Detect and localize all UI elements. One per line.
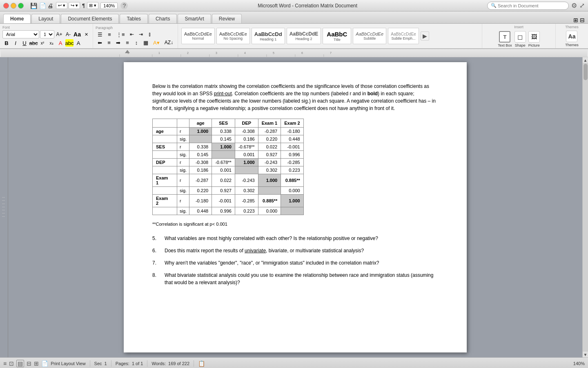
scroll-thumb[interactable] <box>584 64 588 80</box>
font-size-select[interactable]: 10 <box>40 30 54 38</box>
justify-btn[interactable]: ≡ <box>123 39 131 46</box>
resize-icon[interactable]: ⤢ <box>579 2 585 9</box>
q7-text: Why aren't the variables "gender", "race… <box>165 259 379 267</box>
para-marks-btn[interactable]: ¶ <box>82 2 85 9</box>
scroll-up-arrow[interactable]: ▲ <box>583 57 588 63</box>
style-title[interactable]: AaBbC Title <box>323 28 351 44</box>
tab-layout[interactable]: Layout <box>31 14 60 23</box>
ordered-list-btn[interactable]: ≡ <box>105 31 114 38</box>
search-in-document[interactable]: 🔍 <box>487 2 569 10</box>
maximize-button[interactable] <box>18 3 24 9</box>
redo-btn[interactable]: ↪ ▾ <box>69 2 80 9</box>
column-btn[interactable]: ⫿ <box>146 31 154 38</box>
insert-themes[interactable]: Aa Themes <box>565 31 579 47</box>
clear-format-btn[interactable]: ✕ <box>82 30 90 38</box>
superscript-btn[interactable]: x² <box>38 39 47 47</box>
font-case-btn[interactable]: Aa <box>73 30 81 38</box>
q8-text: What bivariate statistical analysis coul… <box>165 272 438 286</box>
style-normal[interactable]: AaBbCcDdEe Normal <box>181 28 215 44</box>
search-input[interactable] <box>498 3 555 8</box>
table-row-age-sig: sig. 0.145 0.186 0.220 0.448 <box>153 135 304 143</box>
style-heading2[interactable]: AaBbCcDdE Heading 2 <box>287 28 321 44</box>
style-subtitle-label: Subtitle <box>363 36 376 40</box>
help-btn[interactable]: ? <box>120 2 128 9</box>
multilevel-list-btn[interactable]: ⋮≡ <box>114 31 127 38</box>
view-mode-icon-1[interactable]: ≡ <box>3 360 7 367</box>
zoom-display[interactable]: 140% <box>100 2 118 9</box>
view-mode-icon-6[interactable]: 📄 <box>41 360 48 367</box>
styles-expand-btn[interactable]: ▶ <box>421 31 429 40</box>
insert-textbox[interactable]: T Text Box <box>498 31 512 47</box>
unordered-list-btn[interactable]: ☰ <box>96 31 105 38</box>
age-age-sig <box>189 135 212 143</box>
col-header-exam1: Exam 1 <box>258 119 281 128</box>
insert-picture[interactable]: 🖼 Picture <box>528 31 540 47</box>
save-icon[interactable]: 💾 <box>30 2 37 9</box>
line-spacing-btn[interactable]: ↕ <box>132 39 140 46</box>
sort-btn[interactable]: AZ↓ <box>163 39 175 46</box>
scroll-down-arrow[interactable]: ▼ <box>583 352 588 357</box>
tab-charts[interactable]: Charts <box>149 14 177 23</box>
underline-btn[interactable]: U <box>20 39 29 47</box>
tab-review[interactable]: Review <box>212 14 242 23</box>
exam2-exam1-sig: 0.000 <box>258 207 281 215</box>
align-center-btn[interactable]: ≡ <box>105 39 113 46</box>
style-no-spacing[interactable]: AaBbCcDdEe No Spacing <box>216 28 250 44</box>
subscript-btn[interactable]: x₂ <box>47 39 56 47</box>
exam2-stat-r: r <box>177 195 189 207</box>
correlation-table: age SES DEP Exam 1 Exam 2 age r 1.000 0.… <box>152 119 304 215</box>
print-icon[interactable]: 🖨 <box>47 2 53 9</box>
style-subtitle[interactable]: AaBbCcDdEe Subtitle <box>353 28 386 44</box>
vertical-scrollbar[interactable]: ▲ ▼ <box>582 57 588 357</box>
style-heading2-label: Heading 2 <box>295 37 312 41</box>
tab-tables[interactable]: Tables <box>120 14 148 23</box>
style-heading2-preview: AaBbCcDdE <box>290 31 318 37</box>
borders-btn[interactable]: ▦ <box>141 39 150 46</box>
scroll-track[interactable] <box>583 63 588 352</box>
bold-btn[interactable]: B <box>2 39 11 47</box>
highlight-btn[interactable]: abc <box>65 39 74 47</box>
minimize-button[interactable] <box>11 3 16 9</box>
increase-indent-btn[interactable]: ⇥ <box>137 31 145 38</box>
insert-shape[interactable]: ◻ Shape <box>514 31 526 47</box>
style-title-preview: AaBbC <box>327 31 347 38</box>
decrease-indent-btn[interactable]: ⇤ <box>128 31 136 38</box>
exam2-dep-sig: 0.223 <box>235 207 258 215</box>
q5-text: What variables are most highly correlate… <box>165 235 378 242</box>
font-color-btn[interactable]: A <box>56 39 65 47</box>
spelling-icon[interactable]: 📋 <box>198 360 205 367</box>
align-left-btn[interactable]: ⬅ <box>96 39 104 46</box>
shading-btn[interactable]: A▾ <box>151 39 162 46</box>
settings-icon[interactable]: ⚙ <box>571 2 577 9</box>
style-heading1[interactable]: AaBbCcDd Heading 1 <box>252 28 285 44</box>
page-area: Below is the correlation matrix showing … <box>8 57 582 357</box>
tab-home[interactable]: Home <box>3 14 31 23</box>
dep-varname: DEP <box>153 159 177 166</box>
font-decrease-btn[interactable]: A- <box>64 30 72 38</box>
window-controls-right: ⊞ ⊟ <box>573 17 585 23</box>
close-button[interactable] <box>3 3 9 9</box>
style-subtle-emph[interactable]: AaBbCcDdEe Subtle Emph... <box>388 28 419 44</box>
undo-btn[interactable]: ↩ ▾ <box>56 2 67 9</box>
collapse-icon[interactable]: ⊟ <box>580 17 585 23</box>
strikethrough-btn[interactable]: abc <box>29 39 38 47</box>
new-icon[interactable]: 📄 <box>39 2 46 9</box>
align-right-btn[interactable]: ➡ <box>114 39 122 46</box>
font-increase-btn[interactable]: A+ <box>55 30 63 38</box>
view-btn[interactable]: ⊞ ▾ <box>87 2 98 9</box>
table-row-exam2-sig: sig. 0.448 0.996 0.223 0.000 <box>153 207 304 215</box>
age-exam2-sig: 0.448 <box>281 135 304 143</box>
words-label: Words: <box>151 361 166 366</box>
font-name-select[interactable]: Arial <box>2 30 39 38</box>
expand-icon[interactable]: ⊞ <box>573 17 578 23</box>
view-mode-icon-4[interactable]: ⊟ <box>27 360 31 367</box>
tab-smartart[interactable]: SmartArt <box>178 14 211 23</box>
view-mode-icon-2[interactable]: ⊡ <box>9 360 14 367</box>
view-mode-icon-5[interactable]: ⊞ <box>34 360 39 367</box>
table-row-dep-r: DEP r -0.308 -0.678** 1.000 -0.243 -0.28… <box>153 159 304 166</box>
view-mode-icon-3[interactable]: ▤ <box>16 360 24 367</box>
themes-section: Themes Aa Themes <box>555 24 588 48</box>
tab-document-elements[interactable]: Document Elements <box>61 14 119 23</box>
shade-btn[interactable]: A <box>74 39 82 47</box>
italic-btn[interactable]: I <box>11 39 20 47</box>
